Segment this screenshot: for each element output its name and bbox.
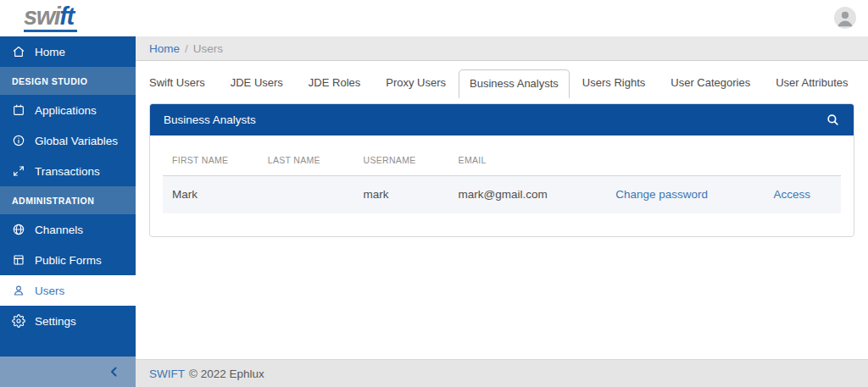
column-header-actions-2	[765, 135, 841, 176]
sidebar-section-administration: ADMINISTRATION	[0, 186, 136, 214]
sidebar-item-global-variables[interactable]: Global Variables	[0, 125, 136, 156]
business-analysts-card: Business Analysts FIRST NAME	[149, 103, 854, 237]
access-link[interactable]: Access	[774, 188, 811, 201]
globe-icon	[12, 223, 25, 236]
column-header-username: USERNAME	[354, 135, 449, 176]
change-password-link[interactable]: Change password	[615, 188, 708, 201]
app-logo[interactable]: swift	[24, 3, 77, 32]
sidebar-item-label: Transactions	[35, 165, 100, 178]
breadcrumb-home-link[interactable]: Home	[149, 42, 180, 55]
sidebar-item-channels[interactable]: Channels	[0, 214, 136, 245]
search-button[interactable]	[826, 113, 840, 127]
sidebar-item-users[interactable]: Users	[0, 275, 136, 306]
tab-jde-roles[interactable]: JDE Roles	[296, 69, 373, 96]
footer-brand-link[interactable]: SWIFT	[149, 368, 185, 380]
business-analysts-table: FIRST NAME LAST NAME USERNAME EMAIL Mark	[163, 135, 841, 213]
cell-first-name: Mark	[163, 176, 259, 213]
breadcrumb-current: Users	[193, 42, 223, 55]
column-header-actions-1	[606, 135, 764, 176]
info-circle-icon	[12, 134, 25, 147]
tab-proxy-users[interactable]: Proxy Users	[373, 69, 459, 96]
sidebar-item-label: Applications	[35, 104, 97, 117]
column-header-first-name: FIRST NAME	[163, 135, 259, 176]
user-icon	[12, 284, 25, 297]
sidebar-item-label: Channels	[35, 224, 83, 236]
sidebar-item-label: Public Forms	[35, 254, 102, 267]
column-header-email: EMAIL	[449, 135, 607, 176]
top-bar: swift	[0, 0, 868, 36]
sidebar-section-design-studio: DESIGN STUDIO	[0, 67, 136, 95]
breadcrumb: Home / Users	[136, 36, 868, 61]
column-header-last-name: LAST NAME	[259, 135, 354, 176]
sidebar-item-transactions[interactable]: Transactions	[0, 156, 136, 186]
search-icon	[826, 113, 840, 127]
card-title: Business Analysts	[164, 113, 256, 126]
form-icon	[12, 253, 25, 267]
sidebar-collapse-button[interactable]	[0, 357, 136, 387]
footer-copyright: © 2022 Ephlux	[189, 368, 264, 380]
user-avatar-button[interactable]	[834, 7, 856, 29]
content-area: Swift Users JDE Users JDE Roles Proxy Us…	[136, 61, 868, 359]
table-wrap: FIRST NAME LAST NAME USERNAME EMAIL Mark	[150, 135, 854, 236]
sidebar: Home DESIGN STUDIO Applications Global V…	[0, 36, 136, 387]
table-row: Mark mark mark@gmail.com Change password…	[163, 176, 841, 213]
logo-text-blue: ft	[59, 3, 73, 30]
applications-icon	[12, 103, 25, 117]
tab-business-analysts[interactable]: Business Analysts	[459, 69, 570, 98]
sidebar-item-label: Home	[35, 46, 65, 58]
cell-email: mark@gmail.com	[449, 176, 607, 213]
home-icon	[12, 45, 25, 58]
cell-username: mark	[354, 176, 449, 213]
logo-text-gray: swi	[24, 3, 59, 30]
tab-user-categories[interactable]: User Categories	[658, 69, 763, 96]
footer-bar: SWIFT © 2022 Ephlux	[136, 359, 868, 387]
breadcrumb-separator: /	[185, 42, 188, 55]
sidebar-item-label: Users	[35, 285, 64, 297]
sidebar-item-label: Settings	[35, 315, 76, 328]
cell-change-password: Change password	[606, 176, 764, 213]
main-content: Home / Users Swift Users JDE Users JDE R…	[136, 36, 868, 387]
tab-users-rights[interactable]: Users Rights	[570, 69, 658, 96]
gear-icon	[12, 314, 25, 328]
chevron-left-icon	[107, 364, 122, 379]
cell-last-name	[259, 176, 354, 213]
cell-access: Access	[765, 176, 841, 213]
sidebar-item-settings[interactable]: Settings	[0, 306, 136, 336]
tab-swift-users[interactable]: Swift Users	[149, 69, 218, 96]
tab-bar: Swift Users JDE Users JDE Roles Proxy Us…	[149, 69, 854, 96]
sidebar-item-label: Global Variables	[35, 135, 118, 147]
table-header-row: FIRST NAME LAST NAME USERNAME EMAIL	[163, 135, 841, 176]
sidebar-item-public-forms[interactable]: Public Forms	[0, 245, 136, 275]
tab-jde-users[interactable]: JDE Users	[218, 69, 296, 96]
person-icon	[834, 7, 856, 29]
expand-arrows-icon	[12, 164, 25, 178]
card-header: Business Analysts	[150, 104, 854, 135]
sidebar-item-home[interactable]: Home	[0, 36, 136, 67]
sidebar-item-applications[interactable]: Applications	[0, 95, 136, 125]
tab-user-attributes[interactable]: User Attributes	[763, 69, 860, 96]
